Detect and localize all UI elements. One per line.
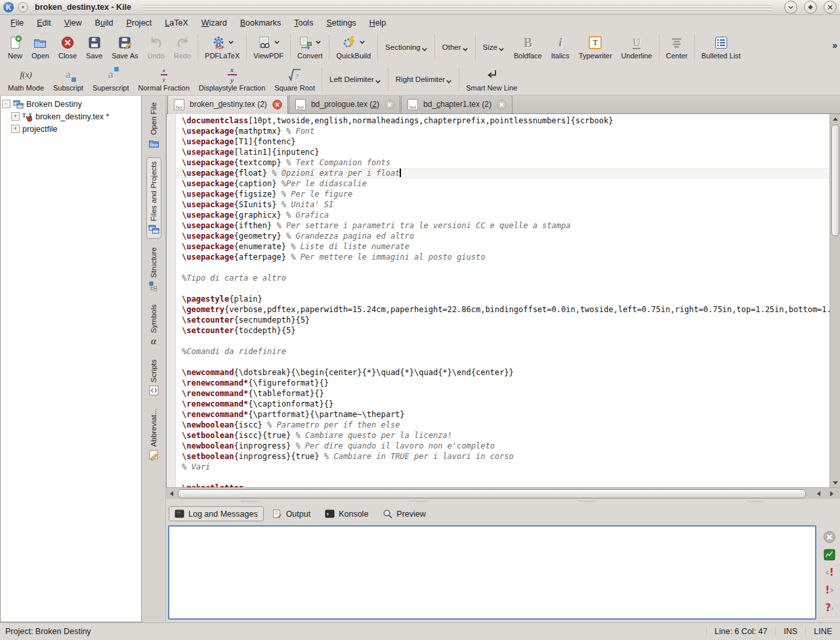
code-line[interactable]: \usepackage{figsize} % Per le figure [176, 189, 830, 199]
code-line[interactable]: %Comandi da ridefinire [176, 346, 830, 357]
previous-latex-error-button[interactable]: ‹! [823, 566, 836, 579]
tree-item-broken-destiny-tex[interactable]: +TEXbroken_destiny.tex * [2, 110, 140, 123]
bottom-tab-output[interactable]: Output [266, 506, 317, 521]
menu-bookmarks[interactable]: Bookmarks [234, 16, 288, 30]
code-line[interactable]: \setboolean{iscc}{true} % Cambiare quest… [176, 430, 830, 441]
bottom-tab-log-and-messages[interactable]: Log and Messages [169, 506, 264, 521]
square-root-button[interactable]: ?Square Root [270, 66, 320, 93]
tab-close-button[interactable] [272, 100, 282, 110]
scroll-left-arrow-2[interactable] [813, 488, 824, 499]
menu-latex[interactable]: LaTeX [158, 16, 194, 30]
log-messages-view[interactable] [168, 525, 816, 620]
code-line[interactable]: % Vari [176, 462, 830, 472]
code-line[interactable]: \usepackage{graphicx} % Grafica [176, 210, 830, 220]
code-line[interactable]: \usepackage{ifthen} % Per settare i para… [176, 220, 830, 231]
underline-button[interactable]: UUnderline [617, 33, 657, 61]
code-line[interactable]: \usepackage{enumerate} % Liste di liste … [176, 241, 830, 252]
next-latex-warning-button[interactable]: ?› [823, 601, 836, 614]
code-line[interactable]: \usepackage[latin1]{inputenc} [176, 147, 830, 157]
code-line[interactable]: \setcounter{tocdepth}{5} [176, 325, 830, 336]
tree-expander[interactable]: + [11, 112, 20, 121]
tree-expander[interactable]: + [11, 125, 20, 133]
code-line[interactable] [176, 357, 830, 367]
editor-vertical-scrollbar[interactable] [830, 114, 840, 487]
subscript-button[interactable]: aSubscript [49, 66, 88, 93]
code-line[interactable]: \newcommand{\dotsbreak}{\begin{center}{*… [176, 367, 830, 378]
convert-button[interactable]: Convert [293, 33, 327, 61]
normal-fraction-button[interactable]: xyNormal Fraction [134, 66, 194, 93]
code-line[interactable] [176, 283, 830, 294]
tree-expander[interactable]: - [2, 100, 10, 108]
bottom-tab-preview[interactable]: Preview [377, 506, 431, 521]
superscript-button[interactable]: aSuperscript [88, 66, 134, 93]
save-as-button[interactable]: Save As [107, 33, 142, 61]
code-line[interactable]: \setcounter{secnumdepth}{5} [176, 315, 830, 325]
italics-button[interactable]: iItalics [547, 33, 574, 61]
displaystyle-fraction-button[interactable]: xyDisplaystyle Fraction [194, 66, 270, 93]
open-button[interactable]: Open [27, 33, 54, 61]
sidebar-tab-abbreviat[interactable]: Abbreviat... [146, 405, 161, 464]
code-line[interactable]: \newboolean{inprogress} % Per dire quand… [176, 441, 830, 451]
bulleted-list-button[interactable]: Bulleted List [697, 33, 746, 61]
menu-help[interactable]: Help [363, 16, 393, 30]
left-delimiter-button[interactable]: Left Delimiter [324, 71, 386, 88]
scroll-up-arrow[interactable] [830, 114, 840, 123]
viewpdf-button[interactable]: ViewPDF [249, 33, 288, 61]
tab-broken-destiny-tex-2[interactable]: TeXbroken_destiny.tex (2) [167, 94, 288, 114]
sidebar-tab-structure[interactable]: Structure [146, 243, 161, 296]
quickbuild-button[interactable]: QuickBuild [331, 33, 375, 61]
code-line[interactable]: \makeatletter [176, 483, 830, 487]
sidebar-tab-open-file[interactable]: Open File [146, 98, 161, 153]
code-line[interactable] [176, 472, 830, 483]
menu-project[interactable]: Project [119, 16, 158, 30]
toolbar-overflow-button[interactable]: » [832, 40, 836, 50]
next-latex-error-button[interactable]: !› [823, 584, 836, 597]
close-button[interactable]: Close [54, 33, 81, 61]
code-line[interactable]: \geometry{verbose,pdftex,paperwidth=15.2… [176, 304, 830, 315]
menu-wizard[interactable]: Wizard [195, 16, 234, 30]
close-window-button[interactable] [824, 1, 837, 14]
bottom-tab-konsole[interactable]: Konsole [319, 506, 374, 521]
menu-file[interactable]: File [4, 16, 30, 30]
statistics-button[interactable] [823, 548, 836, 561]
save-button[interactable]: Save [81, 33, 107, 61]
window-menu-button[interactable] [18, 2, 28, 12]
code-line[interactable]: \renewcommand*{\partformat}{\partname~\t… [176, 409, 830, 420]
sectioning-button[interactable]: Sectioning [380, 39, 432, 56]
tab-close-button[interactable] [385, 100, 394, 110]
tab-bd-prologue-tex-2[interactable]: TeXbd_prologue.tex (2) [289, 95, 400, 113]
scroll-down-arrow[interactable] [830, 478, 840, 487]
code-line[interactable]: \newboolean{iscc} % Parametro per if the… [176, 420, 830, 430]
code-line[interactable]: \usepackage{float} % Opzioni extra per i… [176, 168, 830, 178]
status-insert-mode[interactable]: INS [775, 627, 805, 636]
code-line[interactable]: \setboolean{inprogress}{true} % Cambiare… [176, 451, 830, 462]
other-button[interactable]: Other [437, 39, 473, 56]
new-button[interactable]: New [3, 33, 27, 61]
tree-item-projectfile[interactable]: +projectfile [2, 123, 140, 135]
center-button[interactable]: Center [662, 33, 692, 61]
code-line[interactable]: \usepackage{afterpage} % Per mettere le … [176, 252, 830, 262]
tab-close-button[interactable] [497, 100, 507, 110]
code-line[interactable]: \usepackage{SIunits} % Unita' SI [176, 199, 830, 210]
code-line[interactable]: \usepackage{textcomp} % Text Companion f… [176, 157, 830, 168]
boldface-button[interactable]: BBoldface [509, 33, 547, 61]
editor-horizontal-scrollbar[interactable] [166, 487, 840, 499]
code-line[interactable]: \usepackage{mathptmx} % Font [176, 126, 830, 136]
scroll-left-arrow[interactable] [166, 488, 177, 499]
vertical-scroll-thumb[interactable] [831, 125, 839, 236]
pdflatex-button[interactable]: PDFPDFLaTeX [200, 33, 244, 61]
code-area[interactable]: \documentclass[10pt,twoside,english,norm… [176, 114, 830, 487]
code-line[interactable] [176, 336, 830, 346]
horizontal-scroll-thumb[interactable] [178, 489, 806, 498]
sidebar-tab-symbols[interactable]: Symbolsα [146, 300, 161, 351]
editor[interactable]: \documentclass[10pt,twoside,english,norm… [166, 114, 840, 487]
math-mode-button[interactable]: f(x)Math Mode [3, 66, 49, 93]
code-line[interactable]: \renewcommand*{\figureformat}{} [176, 378, 830, 388]
sidebar-tab-scripts[interactable]: Scripts [146, 355, 161, 400]
maximize-button[interactable] [804, 1, 817, 14]
code-line[interactable] [176, 262, 830, 273]
tab-bd-chapter1-tex-2[interactable]: TeXbd_chapter1.tex (2) [401, 95, 513, 113]
code-line[interactable]: \pagestyle{plain} [176, 294, 830, 304]
horizontal-scroll-track[interactable] [177, 488, 810, 499]
code-line[interactable]: %Tipo di carta e altro [176, 273, 830, 283]
